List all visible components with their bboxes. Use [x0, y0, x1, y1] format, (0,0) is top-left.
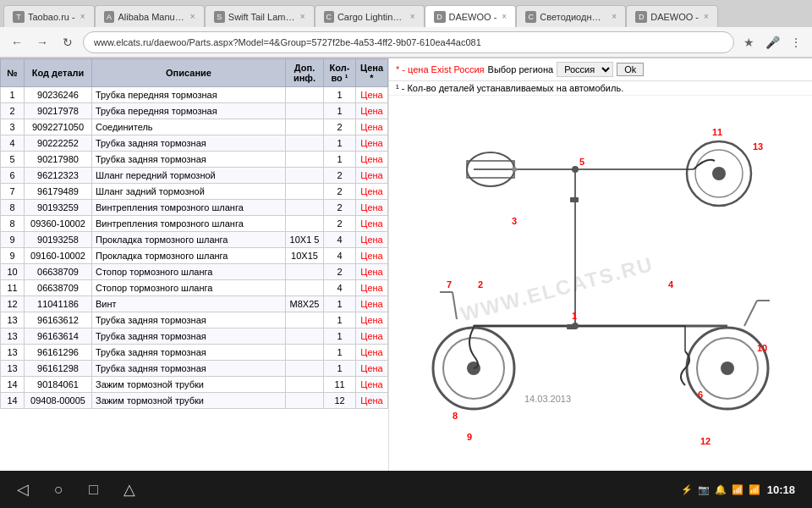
svg-text:12: 12 — [700, 436, 710, 446]
row-desc: Стопор тормозного шланга — [92, 264, 286, 280]
table-row: 12 11041186 Винт M8X25 1 Цена — [1, 296, 388, 312]
row-code: 9092271050 — [25, 119, 92, 135]
row-desc: Прокладка тормозного шланга — [92, 248, 286, 264]
region-select[interactable]: Россия — [557, 62, 613, 77]
tab-tab3[interactable]: SSwift Tail Lamp...× — [205, 5, 315, 27]
row-qty: 1 — [324, 345, 356, 361]
back-nav-button[interactable]: ◁ — [17, 480, 29, 499]
row-info — [286, 184, 324, 200]
signal-icon: 📶 — [732, 484, 743, 495]
row-num: 1 — [1, 87, 25, 103]
svg-point-12 — [712, 167, 726, 180]
row-num: 10 — [1, 264, 25, 280]
row-price[interactable]: Цена — [356, 232, 388, 248]
row-num: 8 — [1, 200, 25, 216]
row-code: 11041186 — [25, 296, 92, 312]
row-qty: 2 — [324, 200, 356, 216]
row-info: M8X25 — [286, 296, 324, 312]
row-desc: Зажим тормозной трубки — [92, 393, 286, 409]
svg-text:6: 6 — [698, 389, 703, 400]
diagram-image-area: WWW.ELCATS.RU 14.03.2013 — [389, 96, 812, 472]
row-num: 14 — [1, 377, 25, 393]
star-icon[interactable]: ★ — [739, 33, 758, 52]
back-button[interactable]: ← — [7, 32, 27, 52]
row-price[interactable]: Цена — [356, 393, 388, 409]
tab-tab1[interactable]: TTaobao.ru -× — [3, 5, 95, 27]
row-qty: 1 — [324, 87, 356, 103]
row-price[interactable]: Цена — [356, 248, 388, 264]
up-nav-button[interactable]: △ — [123, 480, 135, 499]
row-qty: 1 — [324, 361, 356, 377]
row-qty: 1 — [324, 329, 356, 345]
row-price[interactable]: Цена — [356, 377, 388, 393]
row-price[interactable]: Цена — [356, 264, 388, 280]
row-price[interactable]: Цена — [356, 152, 388, 168]
row-code: 96161298 — [25, 361, 92, 377]
table-row: 7 96179489 Шланг задний тормозной 2 Цена — [1, 184, 388, 200]
row-code: 90236246 — [25, 87, 92, 103]
ok-button[interactable]: Ok — [617, 63, 644, 76]
row-price[interactable]: Цена — [356, 168, 388, 184]
table-row: 1 90236246 Трубка передняя тормозная 1 Ц… — [1, 87, 388, 103]
android-nav: ◁ ○ □ △ — [17, 480, 135, 499]
row-price[interactable]: Цена — [356, 216, 388, 232]
row-info — [286, 152, 324, 168]
table-row: 6 96212323 Шланг передний тормозной 2 Це… — [1, 168, 388, 184]
row-code: 96163614 — [25, 329, 92, 345]
row-price[interactable]: Цена — [356, 312, 388, 329]
row-info: 10X15 — [286, 248, 324, 264]
svg-text:7: 7 — [447, 279, 452, 290]
menu-icon[interactable]: ⋮ — [787, 33, 805, 52]
tab-tab5[interactable]: DDAEWOO -× — [425, 5, 517, 27]
row-desc: Винт — [92, 296, 286, 312]
diagram-header: * - цена Exist Россия Выбор региона Росс… — [389, 58, 812, 81]
row-qty: 4 — [324, 248, 356, 264]
row-price[interactable]: Цена — [356, 87, 388, 103]
table-row: 13 96161296 Трубка задняя тормозная 1 Це… — [1, 345, 388, 361]
row-num: 12 — [1, 296, 25, 312]
recents-nav-button[interactable]: □ — [89, 481, 98, 499]
col-header-доп.-инф.: Доп. инф. — [286, 59, 324, 87]
tab-tab7[interactable]: DDAEWOO -× — [626, 5, 718, 27]
row-price[interactable]: Цена — [356, 135, 388, 152]
row-price[interactable]: Цена — [356, 119, 388, 135]
row-price[interactable]: Цена — [356, 184, 388, 200]
forward-button[interactable]: → — [32, 32, 52, 52]
row-price[interactable]: Цена — [356, 345, 388, 361]
row-code: 09160-10002 — [25, 248, 92, 264]
row-desc: Соединитель — [92, 119, 286, 135]
clock-time: 10:18 — [767, 483, 795, 496]
table-row: 9 90193258 Прокладка тормозного шланга 1… — [1, 232, 388, 248]
row-qty: 2 — [324, 264, 356, 280]
row-price[interactable]: Цена — [356, 200, 388, 216]
brake-diagram-svg: WWW.ELCATS.RU 14.03.2013 — [406, 106, 795, 461]
home-nav-button[interactable]: ○ — [54, 481, 63, 499]
row-code: 06638709 — [25, 280, 92, 296]
reload-button[interactable]: ↻ — [58, 32, 78, 52]
tab-tab2[interactable]: AAlibaba Manufa...× — [95, 5, 205, 27]
row-price[interactable]: Цена — [356, 280, 388, 296]
notifications-icon: 🔔 — [715, 484, 727, 495]
row-price[interactable]: Цена — [356, 103, 388, 119]
svg-text:8: 8 — [453, 411, 458, 421]
svg-text:1: 1 — [572, 311, 577, 321]
row-price[interactable]: Цена — [356, 296, 388, 312]
parts-table: №Код деталиОписаниеДоп. инф.Кол-во ¹Цена… — [0, 58, 388, 409]
row-num: 14 — [1, 393, 25, 409]
svg-text:3: 3 — [512, 216, 517, 226]
android-bar: ◁ ○ □ △ ⚡ 📷 🔔 📶 📶 10:18 — [0, 471, 812, 508]
row-price[interactable]: Цена — [356, 329, 388, 345]
diagram-section: * - цена Exist Россия Выбор региона Росс… — [389, 58, 812, 472]
svg-point-9 — [721, 362, 734, 375]
svg-point-30 — [572, 166, 579, 173]
address-input[interactable] — [83, 31, 734, 53]
svg-rect-29 — [570, 197, 579, 202]
row-price[interactable]: Цена — [356, 361, 388, 377]
tab-tab4[interactable]: CCargo Lighting 3...× — [315, 5, 425, 27]
mic-icon[interactable]: 🎤 — [763, 33, 782, 52]
table-row: 9 09160-10002 Прокладка тормозного шланг… — [1, 248, 388, 264]
browser-chrome: TTaobao.ru -×AAlibaba Manufa...×SSwift T… — [0, 0, 812, 58]
row-qty: 1 — [324, 312, 356, 329]
row-qty: 2 — [324, 184, 356, 200]
tab-tab6[interactable]: ССветодиодные...× — [516, 5, 626, 27]
